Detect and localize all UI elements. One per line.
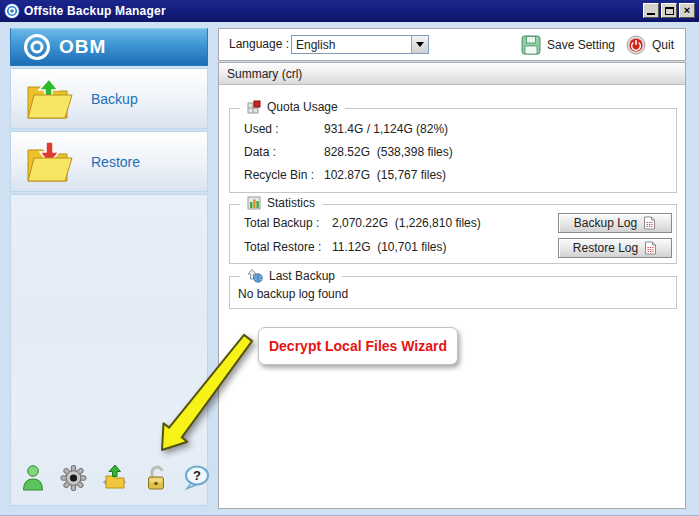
disk-grid-icon: [247, 100, 261, 114]
language-value: English: [292, 36, 411, 53]
summary-header: Summary (crl): [219, 63, 685, 85]
sidebar-logo-header: OBM: [10, 28, 208, 66]
user-icon[interactable]: [19, 463, 46, 493]
quit-label: Quit: [652, 38, 674, 52]
close-icon: ×: [684, 5, 690, 16]
quota-usage-title: Quota Usage: [267, 100, 338, 114]
app-logo-icon: [4, 3, 20, 19]
sidebar-item-backup[interactable]: Backup: [10, 68, 208, 129]
restore-log-button[interactable]: Restore Log: [558, 238, 672, 258]
minimize-icon: [647, 13, 655, 15]
app-window: Offsite Backup Manager × OBM Backup Rest…: [0, 0, 699, 516]
power-button-icon: [626, 35, 646, 55]
restore-folder-icon: [23, 139, 77, 185]
last-backup-group: Last Backup No backup log found: [229, 276, 677, 309]
maximize-button[interactable]: [661, 3, 677, 18]
upload-globe-icon: [247, 268, 263, 283]
backup-export-icon[interactable]: [101, 463, 128, 493]
document-icon: [644, 241, 657, 255]
quota-usage-group: Quota Usage Used : 931.4G / 1,124G (82%)…: [229, 108, 677, 193]
statistics-row-total-restore: Total Restore : 11.12G (10,701 files): [244, 240, 447, 254]
minimize-button[interactable]: [643, 3, 659, 18]
quota-row-data: Data : 828.52G (538,398 files): [244, 145, 453, 159]
help-icon[interactable]: ?: [183, 463, 210, 493]
sidebar-footer-icons: ?: [19, 463, 210, 493]
last-backup-title: Last Backup: [269, 269, 335, 283]
combo-dropdown-button[interactable]: [411, 36, 428, 53]
window-controls: ×: [643, 3, 695, 18]
statistics-title: Statistics: [267, 196, 315, 210]
backup-log-button[interactable]: Backup Log: [558, 213, 672, 233]
sidebar-item-restore[interactable]: Restore: [10, 131, 208, 192]
window-title: Offsite Backup Manager: [24, 4, 166, 18]
logo-text: OBM: [59, 36, 106, 58]
sidebar-item-label: Restore: [91, 154, 140, 170]
floppy-disk-icon: [521, 35, 541, 55]
language-label: Language :: [229, 29, 289, 60]
annotation-callout: Decrypt Local Files Wizard: [258, 327, 458, 365]
decrypt-lock-icon[interactable]: [142, 463, 169, 493]
bar-chart-icon: [247, 196, 261, 210]
document-icon: [643, 216, 656, 230]
language-select[interactable]: English: [291, 35, 429, 54]
quit-button[interactable]: Quit: [626, 29, 674, 60]
svg-text:?: ?: [193, 468, 201, 483]
sidebar-item-label: Backup: [91, 91, 138, 107]
titlebar: Offsite Backup Manager ×: [0, 0, 699, 22]
obm-ring-logo-icon: [23, 33, 51, 61]
quota-row-recycle-bin: Recycle Bin : 102.87G (15,767 files): [244, 168, 446, 182]
statistics-group: Statistics Total Backup : 2,070.22G (1,2…: [229, 204, 677, 264]
main-panel: Summary (crl) Quota Usage Used : 931.4G …: [218, 62, 686, 509]
quota-usage-legend: Quota Usage: [240, 100, 345, 114]
settings-gear-icon[interactable]: [60, 463, 87, 493]
maximize-icon: [665, 7, 674, 15]
chevron-down-icon: [416, 42, 424, 47]
annotation-arrow: [145, 332, 265, 462]
save-setting-button[interactable]: Save Setting: [521, 29, 615, 60]
close-button[interactable]: ×: [679, 3, 695, 18]
quota-row-used: Used : 931.4G / 1,124G (82%): [244, 122, 448, 136]
callout-text: Decrypt Local Files Wizard: [269, 338, 447, 354]
statistics-legend: Statistics: [240, 196, 322, 210]
last-backup-message: No backup log found: [238, 287, 348, 301]
backup-folder-icon: [23, 76, 77, 122]
save-setting-label: Save Setting: [547, 38, 615, 52]
toolbar: Language : English Save Setting Quit: [218, 28, 686, 61]
statistics-row-total-backup: Total Backup : 2,070.22G (1,226,810 file…: [244, 216, 481, 230]
last-backup-legend: Last Backup: [240, 268, 342, 283]
